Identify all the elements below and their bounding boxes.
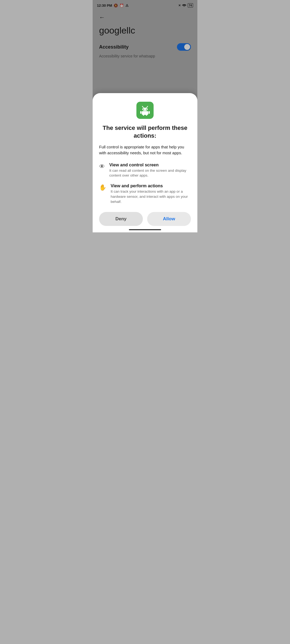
- svg-point-4: [146, 109, 147, 110]
- battery-x-icon: ✕: [178, 4, 181, 7]
- android-robot-icon: [140, 105, 150, 116]
- alarm-icon: ⏰: [119, 3, 124, 8]
- battery-display: 74: [188, 3, 193, 8]
- app-icon: [136, 102, 154, 119]
- home-indicator: [129, 229, 161, 230]
- eye-icon: 👁: [99, 163, 105, 170]
- sheet-description: Full control is appropriate for apps tha…: [99, 144, 191, 156]
- accessibility-row: Accessibility: [99, 43, 191, 51]
- wifi-icon: [182, 3, 186, 8]
- accessibility-toggle[interactable]: [177, 43, 191, 51]
- permission-text-view-control: View and control screen It can read all …: [109, 163, 191, 178]
- svg-line-1: [147, 106, 148, 108]
- accessibility-label: Accessibility: [99, 44, 129, 50]
- permission-title-view-control: View and control screen: [109, 163, 191, 167]
- mute-icon: 🔕: [114, 3, 118, 8]
- app-title: googlellc: [99, 25, 191, 36]
- permission-text-view-actions: View and perform actions It can track yo…: [111, 184, 191, 204]
- svg-point-3: [143, 109, 144, 110]
- back-button[interactable]: ←: [99, 14, 191, 21]
- svg-rect-5: [142, 111, 148, 115]
- warning-icon: ⚠: [125, 3, 129, 8]
- background-content: ← googlellc Accessibility Accessibility …: [93, 10, 197, 63]
- status-right: ✕ 74: [178, 3, 193, 8]
- svg-rect-9: [146, 115, 147, 116]
- sheet-icon-wrapper: [99, 102, 191, 119]
- sheet-title: The service will perform these actions:: [99, 124, 191, 140]
- accessibility-description: Accessibility service for whatsapp: [99, 54, 191, 58]
- svg-rect-6: [140, 111, 142, 114]
- svg-rect-8: [143, 115, 144, 116]
- time-display: 12:30 PM: [97, 3, 112, 8]
- bottom-sheet: The service will perform these actions: …: [93, 93, 197, 232]
- hand-icon: ✋: [99, 184, 106, 191]
- deny-button[interactable]: Deny: [99, 212, 143, 226]
- allow-button[interactable]: Allow: [147, 212, 191, 226]
- permission-title-view-actions: View and perform actions: [111, 184, 191, 188]
- permission-subtitle-view-actions: It can track your interactions with an a…: [111, 189, 191, 204]
- svg-rect-7: [148, 111, 150, 114]
- button-row: Deny Allow: [99, 212, 191, 226]
- status-bar: 12:30 PM 🔕 ⏰ ⚠ ✕ 74: [93, 0, 197, 10]
- svg-line-0: [142, 106, 143, 108]
- status-left: 12:30 PM 🔕 ⏰ ⚠: [97, 3, 129, 8]
- permission-item-view-control: 👁 View and control screen It can read al…: [99, 163, 191, 178]
- permission-item-view-actions: ✋ View and perform actions It can track …: [99, 184, 191, 204]
- permission-subtitle-view-control: It can read all content on the screen an…: [109, 168, 191, 178]
